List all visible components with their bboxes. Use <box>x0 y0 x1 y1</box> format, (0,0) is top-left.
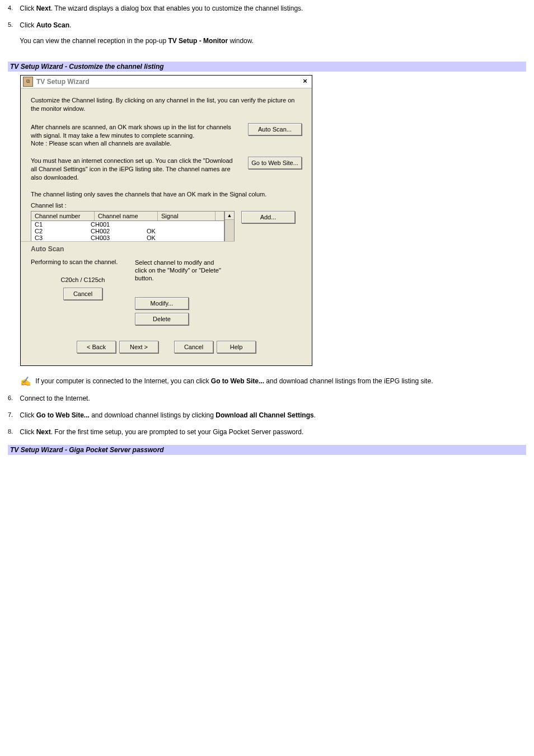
channel-list[interactable]: C1 CH001 C2 CH002 OK C3 CH003 OK <box>31 221 224 241</box>
tv-setup-wizard-dialog: ⧉ TV Setup Wizard × Customize the Channe… <box>20 75 312 366</box>
auto-scan-button[interactable]: Auto Scan... <box>248 123 302 135</box>
section-heading: TV Setup Wizard - Giga Pocket Server pas… <box>8 445 526 455</box>
step-number: 7. <box>8 411 18 418</box>
cancel-button[interactable]: Cancel <box>174 341 213 353</box>
step-text: Click Auto Scan. You can view the channe… <box>20 21 518 53</box>
step-number: 4. <box>8 4 18 11</box>
auto-scan-title: Auto Scan <box>31 245 224 253</box>
dialog-title: TV Setup Wizard <box>36 78 301 86</box>
table-row: C2 CH002 OK <box>31 228 224 234</box>
autoscan-description: After channels are scanned, an OK mark s… <box>31 123 248 148</box>
col-signal[interactable]: Signal <box>158 212 216 220</box>
step-text: Click Next. The wizard displays a dialog… <box>20 4 518 12</box>
step-number: 6. <box>8 395 18 401</box>
modify-button[interactable]: Modify... <box>135 297 189 309</box>
auto-scan-progress: C20ch / C125ch <box>31 276 135 283</box>
dialog-description: Customize the Channel listing. By clicki… <box>31 96 302 113</box>
step-text: Click Go to Web Site... and download cha… <box>20 411 518 419</box>
step-text: Click Next. For the first time setup, yo… <box>20 428 518 436</box>
go-to-web-site-button[interactable]: Go to Web Site... <box>248 157 302 169</box>
title-bar: ⧉ TV Setup Wizard × <box>21 76 312 88</box>
col-channel-number[interactable]: Channel number <box>31 212 95 220</box>
table-row: C3 CH003 OK <box>31 234 224 241</box>
close-icon[interactable]: × <box>301 78 310 86</box>
app-icon: ⧉ <box>23 77 33 87</box>
auto-scan-panel: Auto Scan Performing to scan the channel… <box>21 241 235 335</box>
back-button[interactable]: < Back <box>77 341 116 353</box>
step-text: Connect to the Internet. <box>20 395 518 402</box>
help-button[interactable]: Help <box>217 341 256 353</box>
step-number: 5. <box>8 21 18 28</box>
step-number: 8. <box>8 428 18 435</box>
scroll-up-icon[interactable]: ▲ <box>225 212 234 220</box>
modify-delete-hint: Select channel to modify and click on th… <box>135 259 224 283</box>
delete-button[interactable]: Delete <box>135 313 189 325</box>
channel-list-header: Channel number Channel name Signal <box>31 211 224 221</box>
table-row: C1 CH001 <box>31 221 224 228</box>
add-button[interactable]: Add... <box>241 211 295 223</box>
note: ✍ If your computer is connected to the I… <box>20 376 526 387</box>
col-channel-name[interactable]: Channel name <box>95 212 158 220</box>
web-description: You must have an internet connection set… <box>31 157 248 182</box>
wizard-footer: < Back Next > Cancel Help <box>31 335 302 360</box>
note-icon: ✍ <box>20 377 31 386</box>
channel-list-label: Channel list : <box>31 202 302 209</box>
auto-scan-cancel-button[interactable]: Cancel <box>63 288 102 300</box>
section-heading: TV Setup Wizard - Customize the channel … <box>8 62 526 72</box>
auto-scan-status: Performing to scan the channel. <box>31 259 135 265</box>
next-button[interactable]: Next > <box>119 341 158 353</box>
save-note: The channel listing only saves the chann… <box>31 191 302 198</box>
